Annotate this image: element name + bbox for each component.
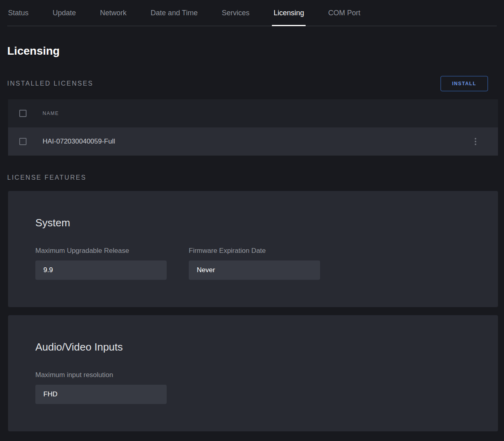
- tab-date-and-time[interactable]: Date and Time: [150, 6, 198, 26]
- license-features-header: LICENSE FEATURES: [7, 174, 497, 181]
- installed-licenses-header: INSTALLED LICENSES INSTALL: [7, 76, 497, 91]
- license-features-cards: System Maximum Upgradable Release 9.9 Fi…: [0, 191, 504, 431]
- installed-licenses-label: INSTALLED LICENSES: [7, 80, 94, 87]
- license-features-label: LICENSE FEATURES: [7, 174, 86, 181]
- field-firmware-expiration-date: Firmware Expiration Date Never: [189, 247, 320, 280]
- install-button[interactable]: INSTALL: [441, 76, 488, 91]
- license-table: NAME HAI-072030040059-Full: [8, 99, 498, 156]
- name-column-header: NAME: [43, 111, 498, 116]
- card-title: Audio/Video Inputs: [35, 341, 471, 353]
- license-table-header-row: NAME: [8, 99, 498, 127]
- field-maximum-input-resolution: Maximum input resolution FHD: [35, 371, 167, 404]
- tab-status[interactable]: Status: [7, 6, 29, 26]
- tab-licensing[interactable]: Licensing: [273, 6, 305, 26]
- kebab-menu-icon[interactable]: [472, 135, 479, 148]
- tab-services[interactable]: Services: [221, 6, 250, 26]
- field-maximum-upgradable-release: Maximum Upgradable Release 9.9: [35, 247, 167, 280]
- page-title: Licensing: [7, 45, 497, 57]
- field-value: FHD: [35, 385, 167, 404]
- tab-com-port[interactable]: COM Port: [327, 6, 361, 26]
- select-all-checkbox[interactable]: [19, 110, 27, 117]
- field-label: Maximum Upgradable Release: [35, 247, 167, 255]
- field-value: 9.9: [35, 260, 167, 280]
- tab-bar: Status Update Network Date and Time Serv…: [7, 0, 497, 26]
- table-row: HAI-072030040059-Full: [8, 127, 498, 156]
- row-checkbox[interactable]: [19, 138, 27, 145]
- field-label: Maximum input resolution: [35, 371, 167, 379]
- field-label: Firmware Expiration Date: [189, 247, 320, 255]
- tab-update[interactable]: Update: [52, 6, 77, 26]
- field-value: Never: [189, 260, 320, 280]
- tab-network[interactable]: Network: [99, 6, 127, 26]
- card-title: System: [35, 217, 471, 229]
- license-name: HAI-072030040059-Full: [43, 137, 472, 146]
- card-system: System Maximum Upgradable Release 9.9 Fi…: [8, 191, 498, 307]
- card-audio-video-inputs: Audio/Video Inputs Maximum input resolut…: [8, 315, 498, 431]
